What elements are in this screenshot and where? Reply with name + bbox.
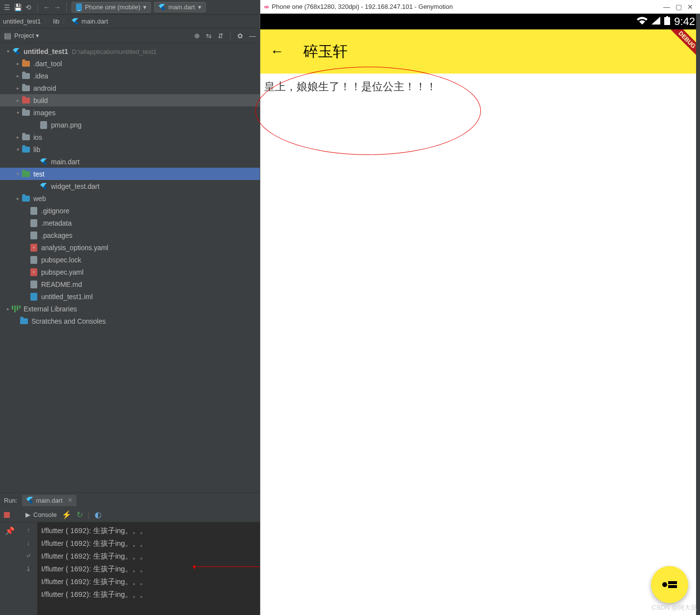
tree-external-libraries[interactable]: External Libraries xyxy=(0,303,260,315)
minimize-icon[interactable]: — xyxy=(661,3,673,11)
app-body-text: 皇上，娘娘生了！！是位公主！！！ xyxy=(260,74,700,100)
expand-icon[interactable]: ⇆ xyxy=(206,32,212,40)
breadcrumb-file[interactable]: main.dart xyxy=(81,18,108,25)
back-icon[interactable]: ← xyxy=(43,3,50,11)
emulator-window-title: Phone one (768x1280, 320dpi) - 192.168.2… xyxy=(272,3,661,10)
tree-ios[interactable]: ios xyxy=(0,131,260,143)
bed-icon xyxy=(662,581,677,588)
tree-idea[interactable]: .idea xyxy=(0,70,260,82)
project-panel-title[interactable]: Project xyxy=(14,32,34,39)
down-icon[interactable]: ↓ xyxy=(27,539,30,547)
collapse-icon[interactable]: ⇵ xyxy=(218,32,224,40)
up-icon[interactable]: ↑ xyxy=(27,526,30,534)
phone-status-bar: 9:42 xyxy=(260,14,700,29)
tree-scratches[interactable]: Scratches and Consoles xyxy=(0,315,260,327)
tree-packages[interactable]: .packages xyxy=(0,229,260,241)
hot-restart-icon[interactable]: ↻ xyxy=(76,510,83,519)
signal-icon xyxy=(651,17,660,26)
run-config-dropdown[interactable]: main.dart ▾ xyxy=(154,2,205,12)
breadcrumb: untitled_test1 〉 lib 〉 main.dart xyxy=(0,15,260,28)
tree-metadata[interactable]: .metadata xyxy=(0,217,260,229)
run-gutter-left: 📌 xyxy=(0,522,20,615)
console-output[interactable]: I/flutter ( 1692): 生孩子ing。。。 I/flutter (… xyxy=(37,522,260,615)
settings-icon[interactable]: ✿ xyxy=(237,32,243,40)
chevron-down-icon: ▾ xyxy=(143,3,147,11)
tree-pubspec-lock[interactable]: pubspec.lock xyxy=(0,254,260,266)
locate-icon[interactable]: ⊕ xyxy=(194,32,200,40)
tree-android[interactable]: android xyxy=(0,82,260,94)
hide-icon[interactable]: — xyxy=(249,32,256,40)
run-gutter-icons: ↑ ↓ ⤶ ⤓ xyxy=(20,522,37,615)
chevron-down-icon: ▾ xyxy=(198,3,201,11)
close-icon[interactable]: ✕ xyxy=(684,3,696,11)
svg-rect-1 xyxy=(666,16,668,17)
project-tree: untitled_test1 D:\allapplication\untitle… xyxy=(0,43,260,492)
breadcrumb-folder[interactable]: lib xyxy=(53,18,59,25)
phone-icon xyxy=(76,3,82,11)
scroll-icon[interactable]: ⤓ xyxy=(25,564,31,572)
app-bar: ← 碎玉轩 DEBUG xyxy=(260,29,700,74)
app-title: 碎玉轩 xyxy=(303,42,348,62)
stop-icon[interactable] xyxy=(4,512,10,518)
project-panel-header: ▤ Project ▾ ⊕ ⇆ ⇵ | ✿ — xyxy=(0,28,260,43)
battery-icon xyxy=(664,16,670,27)
tree-dart-tool[interactable]: .dart_tool xyxy=(0,57,260,70)
tree-pubspec-yaml[interactable]: Ypubspec.yaml xyxy=(0,266,260,278)
console-icon: ▶ xyxy=(25,511,30,518)
tree-build[interactable]: build xyxy=(0,94,260,106)
maximize-icon[interactable]: ▢ xyxy=(673,3,684,11)
close-icon[interactable]: ✕ xyxy=(68,497,73,504)
devtools-icon[interactable]: ◐ xyxy=(95,510,101,519)
run-panel: Run: main.dart ✕ ▶Console ⚡ ↻ | ◐ 📌 xyxy=(0,492,260,615)
back-arrow-icon[interactable]: ← xyxy=(270,44,284,59)
run-label: Run: xyxy=(4,497,17,504)
wrap-icon[interactable]: ⤶ xyxy=(25,552,31,560)
tree-gitignore[interactable]: .gitignore xyxy=(0,205,260,217)
run-config-label: main.dart xyxy=(168,3,195,11)
sync-icon[interactable]: ⟲ xyxy=(25,3,32,11)
console-tab[interactable]: ▶Console xyxy=(25,511,57,518)
tree-test[interactable]: test xyxy=(0,168,260,180)
flutter-icon xyxy=(26,497,33,504)
flutter-icon xyxy=(158,4,165,11)
watermark: CSDN @阿大豆 xyxy=(651,603,697,612)
tree-widget-test[interactable]: widget_test.dart xyxy=(0,180,260,192)
debug-banner: DEBUG xyxy=(666,29,700,64)
emulator-side-toolbar[interactable] xyxy=(696,14,700,615)
status-time: 9:42 xyxy=(674,15,695,28)
tree-images[interactable]: images xyxy=(0,106,260,119)
tree-lib[interactable]: lib xyxy=(0,143,260,155)
tree-root[interactable]: untitled_test1 D:\allapplication\untitle… xyxy=(0,45,260,57)
tree-readme[interactable]: README.md xyxy=(0,278,260,290)
flutter-icon xyxy=(72,18,78,25)
divider: | xyxy=(229,32,231,40)
chevron-down-icon[interactable]: ▾ xyxy=(36,32,39,39)
run-tab-label[interactable]: main.dart xyxy=(36,497,62,504)
tree-iml[interactable]: untitled_test1.iml xyxy=(0,290,260,303)
forward-icon[interactable]: → xyxy=(53,3,61,11)
hamburger-icon[interactable]: ☰ xyxy=(3,3,11,11)
project-icon: ▤ xyxy=(4,31,11,40)
breadcrumb-project[interactable]: untitled_test1 xyxy=(3,18,41,25)
genymotion-icon: ∞ xyxy=(264,3,269,10)
device-dropdown[interactable]: Phone one (mobile) ▾ xyxy=(72,2,151,13)
ide-toolbar: ☰ 💾 ⟲ ← → Phone one (mobile) ▾ main.dart… xyxy=(0,0,260,15)
device-dropdown-label: Phone one (mobile) xyxy=(85,3,140,11)
save-icon[interactable]: 💾 xyxy=(14,3,22,11)
pin-icon[interactable]: 📌 xyxy=(5,526,15,536)
wifi-icon xyxy=(637,17,648,26)
emulator-titlebar: ∞ Phone one (768x1280, 320dpi) - 192.168… xyxy=(260,0,700,14)
tree-main-dart[interactable]: main.dart xyxy=(0,155,260,168)
fab-button[interactable] xyxy=(651,566,688,603)
tree-pman[interactable]: pman.png xyxy=(0,119,260,131)
svg-rect-0 xyxy=(664,17,670,25)
tree-web[interactable]: web xyxy=(0,192,260,205)
hot-reload-icon[interactable]: ⚡ xyxy=(62,510,72,519)
tree-analysis[interactable]: Yanalysis_options.yaml xyxy=(0,241,260,254)
